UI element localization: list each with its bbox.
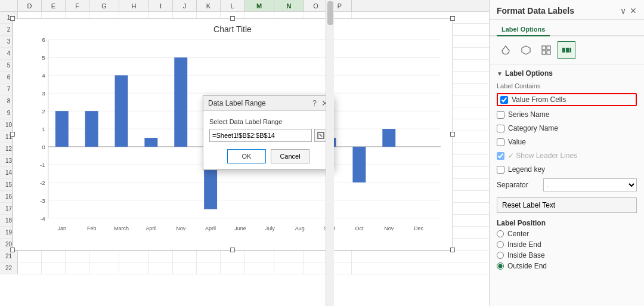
legend-key-row: Legend key	[497, 164, 637, 175]
value-from-cells-checkbox[interactable]	[500, 96, 508, 104]
shape-icon-button[interactable]	[517, 41, 535, 59]
dialog-help-button[interactable]: ?	[312, 99, 317, 107]
svg-text:Nov: Nov	[384, 225, 394, 231]
corner-cell	[0, 0, 18, 11]
series-name-checkbox[interactable]	[497, 111, 504, 119]
svg-rect-44	[566, 48, 569, 52]
category-name-label[interactable]: Category Name	[508, 124, 558, 132]
svg-text:Dec: Dec	[414, 225, 423, 231]
resize-handle-tl[interactable]	[10, 16, 15, 21]
col-J: J	[173, 0, 197, 11]
resize-handle-mr[interactable]	[450, 132, 455, 137]
panel-tabs: Label Options	[490, 20, 644, 36]
dialog-titlebar: Data Label Range ? ✕	[203, 96, 333, 111]
dialog-cancel-button[interactable]: Cancel	[271, 149, 309, 163]
value-label[interactable]: Value	[508, 138, 526, 146]
position-center-label[interactable]: Center	[507, 230, 529, 238]
data-label-range-input[interactable]	[209, 129, 312, 142]
label-options-section: ▼ Label Options Label Contains Value Fro…	[490, 64, 644, 277]
dialog-input-label: Select Data Label Range	[209, 118, 327, 125]
svg-marker-38	[522, 46, 530, 54]
panel-header-icons: ∨ ✕	[620, 6, 637, 16]
col-L: L	[221, 0, 244, 11]
svg-text:Aug: Aug	[295, 225, 305, 231]
position-outside-end-radio[interactable]	[497, 262, 504, 270]
label-icon-button[interactable]	[558, 41, 575, 59]
right-panel: Format Data Labels ∨ ✕ Label Options	[489, 0, 644, 306]
bar-march	[85, 111, 98, 147]
show-leader-lines-checkbox[interactable]	[497, 152, 504, 160]
data-label-range-dialog: Data Label Range ? ✕ Select Data Label R…	[203, 95, 334, 170]
bar-april2	[174, 57, 187, 147]
dialog-body: Select Data Label Range OK Cancel	[203, 111, 333, 169]
panel-close-button[interactable]: ✕	[630, 6, 637, 16]
svg-rect-39	[542, 46, 546, 50]
fill-icon-button[interactable]	[497, 41, 515, 59]
svg-text:Oct: Oct	[355, 225, 363, 231]
series-name-label[interactable]: Series Name	[508, 110, 549, 119]
svg-rect-40	[547, 46, 550, 50]
svg-rect-45	[569, 48, 571, 52]
col-I: I	[149, 0, 173, 11]
svg-rect-42	[547, 51, 550, 54]
resize-handle-tr[interactable]	[450, 16, 455, 21]
resize-handle-tm[interactable]	[230, 16, 235, 21]
col-N: N	[274, 0, 304, 11]
position-inside-base-label[interactable]: Inside Base	[507, 251, 545, 259]
col-D: D	[18, 0, 42, 11]
resize-handle-bl[interactable]	[10, 248, 15, 252]
resize-handle-ml[interactable]	[10, 132, 15, 137]
dialog-buttons: OK Cancel	[209, 149, 327, 163]
svg-text:2: 2	[42, 108, 45, 115]
position-inside-base-radio[interactable]	[497, 252, 504, 259]
scrollbar-thumb[interactable]	[327, 1, 333, 25]
resize-handle-bm[interactable]	[230, 248, 235, 252]
dialog-input-row	[209, 129, 327, 142]
value-from-cells-row: Value From Cells	[497, 93, 637, 106]
label-position-title: Label Position	[497, 219, 637, 227]
bar-nov	[352, 147, 366, 183]
col-K: K	[197, 0, 221, 11]
svg-text:July: July	[265, 225, 275, 231]
position-inside-end-radio[interactable]	[497, 241, 504, 248]
spreadsheet-area: D E F G H I J K L M N O P 1 2 3 4 5 6 7 …	[0, 0, 489, 306]
panel-header: Format Data Labels ∨ ✕	[490, 0, 644, 20]
position-outside-end-label[interactable]: Outside End	[507, 262, 547, 270]
svg-text:Nov: Nov	[176, 225, 185, 231]
chart-title: Chart Title	[18, 24, 447, 34]
vertical-scrollbar[interactable]	[326, 0, 334, 306]
legend-key-label[interactable]: Legend key	[508, 165, 545, 174]
bar-nov5	[144, 138, 157, 147]
category-name-checkbox[interactable]	[497, 125, 504, 132]
value-from-cells-label[interactable]: Value From Cells	[512, 95, 566, 104]
position-inside-end-label[interactable]: Inside End	[507, 240, 541, 249]
section-header[interactable]: ▼ Label Options	[497, 69, 637, 78]
svg-text:5: 5	[42, 54, 45, 61]
value-checkbox[interactable]	[497, 138, 504, 146]
show-leader-lines-label[interactable]: ✓ Show Leader Lines	[508, 152, 577, 160]
svg-text:April: April	[205, 225, 216, 231]
resize-handle-br[interactable]	[450, 248, 455, 252]
separator-label: Separator	[497, 181, 538, 189]
position-inside-base-row: Inside Base	[497, 251, 637, 259]
legend-key-checkbox[interactable]	[497, 166, 504, 174]
reset-label-text-button[interactable]: Reset Label Text	[497, 197, 637, 213]
show-leader-lines-row: ✓ Show Leader Lines	[497, 150, 637, 161]
svg-text:Feb: Feb	[87, 225, 96, 231]
position-center-radio[interactable]	[497, 230, 504, 237]
svg-text:-1: -1	[40, 162, 45, 168]
panel-expand-button[interactable]: ∨	[620, 6, 626, 16]
separator-select[interactable]: . , ;	[543, 178, 637, 191]
svg-text:April: April	[145, 225, 156, 231]
label-contains-title: Label Contains	[497, 82, 637, 89]
col-F: F	[66, 0, 89, 11]
svg-text:-2: -2	[40, 180, 45, 186]
dialog-ok-button[interactable]: OK	[227, 149, 266, 163]
category-name-row: Category Name	[497, 123, 637, 134]
tab-label-options[interactable]: Label Options	[497, 23, 550, 36]
svg-text:0: 0	[42, 144, 45, 150]
svg-text:1: 1	[42, 126, 45, 132]
column-headers: D E F G H I J K L M N O P	[0, 0, 489, 12]
svg-text:March: March	[114, 225, 129, 231]
size-properties-icon-button[interactable]	[537, 41, 555, 59]
